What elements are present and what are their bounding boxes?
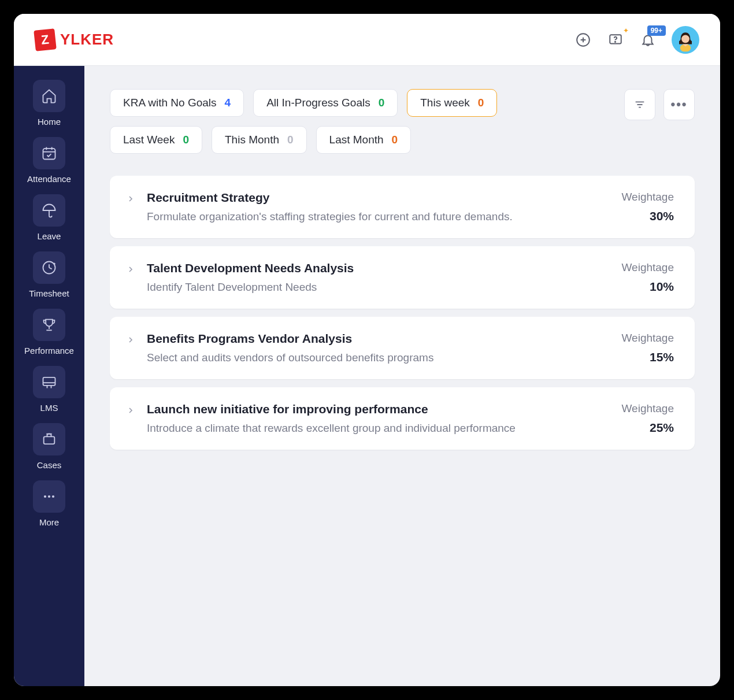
filter-chip[interactable]: This week0 bbox=[407, 89, 497, 117]
kra-card[interactable]: Launch new initiative for improving perf… bbox=[110, 387, 695, 450]
more-icon bbox=[41, 488, 57, 505]
sidebar-item-performance[interactable]: Performance bbox=[20, 309, 79, 355]
clock-icon bbox=[41, 260, 57, 276]
kra-weightage: Weightage30% bbox=[605, 191, 674, 223]
kra-title: Benefits Programs Vendor Analysis bbox=[147, 332, 594, 346]
ellipsis-icon: ••• bbox=[670, 97, 687, 112]
kra-title: Recruitment Strategy bbox=[147, 191, 594, 205]
kra-description: Introduce a climate that rewards excelle… bbox=[147, 422, 594, 435]
sidebar-item-timesheet[interactable]: Timesheet bbox=[20, 251, 79, 298]
kra-card[interactable]: Talent Development Needs AnalysisIdentif… bbox=[110, 246, 695, 309]
help-button[interactable]: ✦ bbox=[607, 31, 624, 49]
chevron-right-icon bbox=[126, 406, 135, 415]
plus-icon bbox=[576, 32, 591, 47]
avatar-icon bbox=[673, 28, 698, 54]
sidebar-item-leave[interactable]: Leave bbox=[20, 194, 79, 241]
weightage-value: 15% bbox=[605, 350, 674, 364]
umbrella-icon bbox=[41, 202, 57, 218]
kra-list: Recruitment StrategyFormulate organizati… bbox=[110, 176, 695, 450]
kra-weightage: Weightage15% bbox=[605, 332, 674, 364]
kra-weightage: Weightage25% bbox=[605, 402, 674, 435]
brand-logo[interactable]: Z YLKER bbox=[35, 29, 114, 50]
sidebar-item-label: Timesheet bbox=[29, 288, 69, 298]
sidebar-item-label: Leave bbox=[38, 231, 61, 241]
filter-chip-label: Last Week bbox=[123, 134, 175, 146]
sidebar-item-cases[interactable]: Cases bbox=[20, 423, 79, 470]
svg-point-25 bbox=[48, 495, 50, 498]
kra-card[interactable]: Recruitment StrategyFormulate organizati… bbox=[110, 176, 695, 238]
more-options-button[interactable]: ••• bbox=[663, 89, 695, 120]
expand-toggle[interactable] bbox=[126, 265, 136, 276]
svg-rect-22 bbox=[44, 436, 55, 444]
app-window: Z YLKER ✦ 99+ bbox=[14, 14, 720, 686]
filter-chip-label: KRA with No Goals bbox=[123, 97, 217, 109]
sidebar-item-label: More bbox=[39, 517, 59, 527]
trophy-icon bbox=[41, 317, 57, 333]
kra-main: Talent Development Needs AnalysisIdentif… bbox=[147, 261, 594, 294]
filter-chip[interactable]: Last Month0 bbox=[316, 126, 412, 154]
notifications-badge: 99+ bbox=[647, 25, 666, 36]
filter-chip-count: 0 bbox=[379, 97, 385, 109]
lms-icon bbox=[41, 374, 57, 390]
topbar-actions: ✦ 99+ bbox=[574, 26, 699, 54]
briefcase-icon bbox=[41, 431, 57, 447]
filter-chip-label: This Month bbox=[225, 134, 279, 146]
sidebar-item-attendance[interactable]: Attendance bbox=[20, 137, 79, 184]
brand-name: YLKER bbox=[60, 31, 114, 49]
weightage-value: 10% bbox=[605, 280, 674, 294]
sidebar-item-label: Performance bbox=[24, 346, 74, 355]
sidebar-item-label: Home bbox=[38, 117, 61, 127]
home-icon bbox=[41, 88, 57, 104]
svg-line-15 bbox=[49, 268, 52, 269]
sidebar-item-more[interactable]: More bbox=[20, 480, 79, 527]
svg-point-4 bbox=[615, 41, 616, 42]
sidebar-item-lms[interactable]: LMS bbox=[20, 366, 79, 413]
filter-chip-count: 4 bbox=[225, 97, 231, 109]
kra-card[interactable]: Benefits Programs Vendor AnalysisSelect … bbox=[110, 317, 695, 379]
brand-mark: Z bbox=[34, 28, 57, 51]
filter-chips: KRA with No Goals4All In-Progress Goals0… bbox=[110, 89, 549, 154]
expand-toggle[interactable] bbox=[126, 406, 136, 417]
sidebar-item-label: Cases bbox=[37, 460, 62, 470]
sidebar-item-label: LMS bbox=[40, 403, 58, 413]
content-tools: ••• bbox=[624, 89, 695, 120]
svg-point-24 bbox=[44, 495, 46, 498]
filter-chip[interactable]: This Month0 bbox=[212, 126, 307, 154]
filter-chip[interactable]: Last Week0 bbox=[110, 126, 202, 154]
calendar-check-icon bbox=[41, 145, 57, 161]
sparkle-icon: ✦ bbox=[623, 27, 629, 35]
notifications-button[interactable]: 99+ bbox=[639, 31, 657, 49]
svg-point-26 bbox=[52, 495, 54, 498]
weightage-label: Weightage bbox=[605, 332, 674, 345]
weightage-value: 30% bbox=[605, 209, 674, 223]
topbar: Z YLKER ✦ 99+ bbox=[14, 14, 720, 66]
kra-main: Launch new initiative for improving perf… bbox=[147, 402, 594, 435]
filter-chip-count: 0 bbox=[287, 134, 294, 146]
content-area: KRA with No Goals4All In-Progress Goals0… bbox=[84, 66, 720, 686]
kra-weightage: Weightage10% bbox=[605, 261, 674, 294]
weightage-label: Weightage bbox=[605, 261, 674, 274]
kra-description: Formulate organization's staffing strate… bbox=[147, 210, 594, 223]
filter-icon bbox=[633, 98, 646, 111]
svg-point-6 bbox=[681, 35, 689, 43]
expand-toggle[interactable] bbox=[126, 335, 136, 347]
avatar[interactable] bbox=[672, 26, 699, 54]
filter-chip-label: Last Month bbox=[329, 134, 384, 146]
chevron-right-icon bbox=[126, 194, 135, 203]
filter-button[interactable] bbox=[624, 89, 655, 120]
kra-description: Select and audits vendors of outsourced … bbox=[147, 351, 594, 364]
filter-chip-label: All In-Progress Goals bbox=[266, 97, 370, 109]
filter-chip[interactable]: All In-Progress Goals0 bbox=[253, 89, 398, 117]
weightage-value: 25% bbox=[605, 421, 674, 435]
kra-title: Launch new initiative for improving perf… bbox=[147, 402, 594, 416]
chevron-right-icon bbox=[126, 265, 135, 274]
expand-toggle[interactable] bbox=[126, 194, 136, 206]
chevron-right-icon bbox=[126, 335, 135, 345]
sidebar-item-label: Attendance bbox=[27, 174, 71, 184]
sidebar: Home Attendance Leave Timesheet Performa… bbox=[14, 66, 84, 686]
help-icon bbox=[608, 32, 623, 47]
kra-main: Recruitment StrategyFormulate organizati… bbox=[147, 191, 594, 223]
sidebar-item-home[interactable]: Home bbox=[20, 80, 79, 127]
filter-chip[interactable]: KRA with No Goals4 bbox=[110, 89, 244, 117]
add-button[interactable] bbox=[574, 31, 592, 49]
